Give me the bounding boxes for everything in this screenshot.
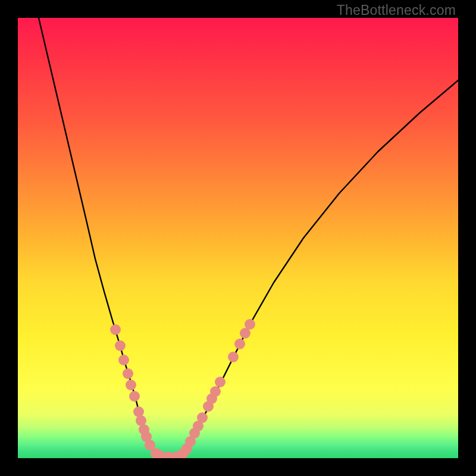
chart-frame: TheBottleneck.com <box>0 0 476 476</box>
highlight-point <box>234 339 245 349</box>
highlight-point <box>110 324 121 335</box>
chart-overlay <box>18 18 458 458</box>
highlight-point <box>228 352 239 362</box>
curve-group <box>39 18 458 457</box>
highlight-point <box>126 380 136 390</box>
highlight-point <box>245 319 255 330</box>
highlight-point <box>215 377 226 387</box>
marker-group <box>110 319 255 458</box>
highlight-point <box>129 391 140 402</box>
bottleneck-curve <box>39 18 458 457</box>
highlight-point <box>118 355 129 365</box>
highlight-point <box>115 340 126 351</box>
watermark-text: TheBottleneck.com <box>337 2 456 18</box>
highlight-point <box>197 412 208 423</box>
highlight-point <box>123 368 133 379</box>
highlight-point <box>210 386 221 397</box>
plot-area <box>18 18 458 458</box>
